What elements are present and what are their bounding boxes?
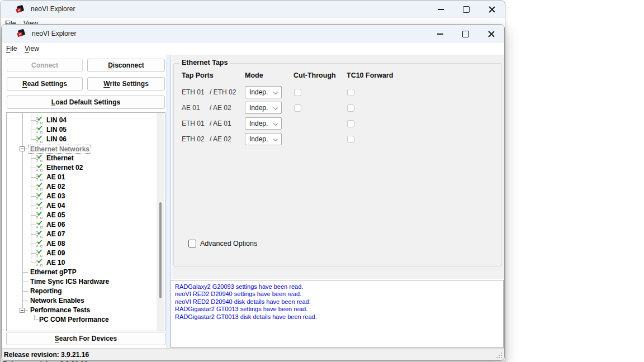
close-button[interactable] [479,1,505,18]
tc10-forward-checkbox-row-2[interactable] [347,104,354,112]
column-header-tc10-forward: TC10 Forward [347,72,393,79]
minimize-icon [438,9,444,10]
tree-item-reporting[interactable]: Reporting [7,287,153,296]
settings-panel: Ethernet Taps Tap Ports Mode Cut-Through… [172,55,504,279]
tap-ports-label: ETH 01/ AE 01 [182,120,231,127]
tree-item-ethernet[interactable]: ✔Ethernet [7,154,153,163]
tree-item-label[interactable]: Reporting [30,287,62,296]
tree-item-label[interactable]: Performance Tests [30,306,90,315]
tree-item-lin-04[interactable]: ✔LIN 04 [7,116,153,125]
network-check-icon: ✔ [36,230,45,239]
resize-grip[interactable] [496,352,503,359]
write-settings-button[interactable]: Write Settings [87,77,165,90]
tree-item-ae-08[interactable]: ✔AE 08 [7,239,153,249]
tree-item-network-enables[interactable]: Network Enables [7,296,153,306]
tree-item-ethernet-networks[interactable]: Ethernet Networks [7,144,153,154]
file-menu[interactable]: File [6,45,17,53]
menubar: File View [2,43,504,55]
tree-item-label[interactable]: AE 05 [46,211,65,220]
mode-select-row-3[interactable]: Indep. [245,117,282,130]
view-menu[interactable]: View [25,45,39,53]
tree-item-ae-01[interactable]: ✔AE 01 [7,173,153,182]
app-icon [17,30,26,37]
tree-item-label[interactable]: LIN 06 [46,135,67,144]
tree-item-ae-10[interactable]: ✔AE 10 [7,258,153,268]
tc10-forward-checkbox-row-3[interactable] [347,120,354,127]
maximize-button[interactable] [453,25,479,43]
mode-select-row-4[interactable]: Indep. [245,133,282,145]
tree-item-ethernet-02[interactable]: ✔Ethernet 02 [7,163,153,173]
tree-item-label[interactable]: Ethernet 02 [46,163,83,173]
tree-item-label[interactable]: Ethernet gPTP [30,268,77,277]
search-for-devices-button[interactable]: Search For Devices [6,332,165,345]
minimize-button[interactable] [427,25,453,43]
tree-item-ae-07[interactable]: ✔AE 07 [7,230,153,239]
tree-item-label[interactable]: AE 01 [46,173,65,182]
tree-item-lin-06[interactable]: ✔LIN 06 [7,135,153,144]
tree-item-label[interactable]: AE 10 [46,258,65,268]
tree-scrollbar-thumb[interactable] [159,202,162,298]
network-check-icon: ✔ [36,135,45,144]
tree-item-ae-02[interactable]: ✔AE 02 [7,182,153,192]
tree-item-ae-06[interactable]: ✔AE 06 [7,220,153,230]
network-check-icon: ✔ [36,154,45,163]
background-window-titlebar[interactable]: neoVI Explorer [1,1,505,18]
network-check-icon: ✔ [36,173,45,182]
disconnect-button[interactable]: Disconnect [87,59,165,72]
mode-select-row-2[interactable]: Indep. [245,102,282,114]
tree-item-label[interactable]: LIN 05 [46,125,67,135]
tree-item-label[interactable]: Time Sync ICS Hardware [30,277,109,287]
mode-select-row-1[interactable]: Indep. [245,86,282,98]
tree-item-label[interactable]: AE 03 [46,192,65,201]
maximize-button[interactable] [453,1,479,18]
log-line: RADGigastar2 GT0013 settings have been r… [175,306,499,313]
tree-item-time-sync-ics-hardware[interactable]: Time Sync ICS Hardware [7,277,153,287]
minimize-icon [437,34,443,35]
tree-item-label[interactable]: AE 07 [46,230,65,239]
tree-item-pc-com-performance[interactable]: PC COM Performance [7,315,153,325]
network-check-icon: ✔ [36,240,45,248]
tree-item-label[interactable]: Network Enables [30,296,84,306]
device-tree[interactable]: ✔LIN 04✔LIN 05✔LIN 06Ethernet Networks✔E… [6,112,165,331]
tree-item-lin-05[interactable]: ✔LIN 05 [7,125,153,135]
tree-collapse-icon[interactable] [20,146,25,151]
chevron-down-icon [273,136,278,141]
advanced-options-checkbox[interactable] [188,240,196,247]
tree-item-label[interactable]: AE 04 [46,201,65,211]
close-icon [489,6,495,13]
cut-through-checkbox-row-1[interactable] [294,89,301,96]
cut-through-checkbox-row-2[interactable] [294,104,301,112]
tree-scrollbar[interactable] [157,113,164,331]
statusbar: Release revision: 3.9.21.16 [2,348,504,360]
read-settings-button[interactable]: Read Settings [7,77,83,90]
tree-item-label[interactable]: AE 08 [46,239,65,249]
tree-item-ae-09[interactable]: ✔AE 09 [7,249,153,258]
tree-item-ae-03[interactable]: ✔AE 03 [7,192,153,201]
tc10-forward-checkbox-row-1[interactable] [347,89,354,96]
tree-item-label[interactable]: Ethernet [46,154,74,163]
minimize-button[interactable] [428,1,453,18]
tree-item-ae-05[interactable]: ✔AE 05 [7,211,153,220]
network-check-icon: ✔ [36,221,45,229]
titlebar[interactable]: neoVI Explorer [2,25,504,43]
tree-item-label[interactable]: PC COM Performance [39,315,109,325]
network-check-icon: ✔ [36,259,45,267]
load-default-settings-button[interactable]: Load Default Settings [7,96,165,109]
tree-item-performance-tests[interactable]: Performance Tests [7,306,153,315]
tree-item-label[interactable]: AE 09 [46,249,65,258]
log-line: neoVI RED2 D20940 settings have been rea… [175,290,499,298]
tree-item-label[interactable]: AE 06 [46,220,65,230]
main-window[interactable]: neoVI Explorer File View Connect Disconn… [1,24,505,361]
maximize-icon [463,6,470,13]
close-button[interactable] [479,25,504,43]
tree-item-label[interactable]: AE 02 [46,182,65,192]
tree-item-ethernet-gptp[interactable]: Ethernet gPTP [7,268,153,277]
chevron-down-icon [273,121,278,126]
network-check-icon: ✔ [36,249,45,258]
column-header-tap-ports: Tap Ports [182,72,214,79]
tc10-forward-checkbox-row-4[interactable] [347,136,354,143]
connect-button[interactable]: Connect [7,59,83,72]
tree-item-label[interactable]: LIN 04 [46,116,67,125]
tree-item-ae-04[interactable]: ✔AE 04 [7,201,153,211]
tree-collapse-icon[interactable] [20,308,25,313]
